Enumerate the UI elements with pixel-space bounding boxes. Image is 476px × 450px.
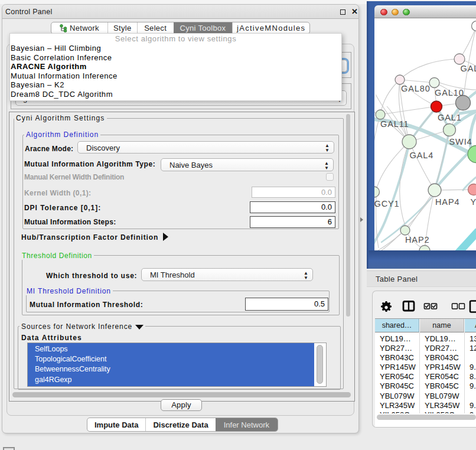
svg-text:Y: Y: [471, 197, 476, 207]
svg-text:HAP2: HAP2: [405, 235, 429, 244]
svg-text:GCY1: GCY1: [374, 199, 400, 208]
svg-text:HAP4: HAP4: [435, 197, 459, 207]
svg-text:GAL1: GAL1: [438, 113, 462, 122]
svg-text:GAL80: GAL80: [461, 64, 476, 73]
svg-text:GAL10: GAL10: [435, 88, 464, 97]
svg-text:GAL11: GAL11: [380, 119, 409, 129]
svg-text:SWI4: SWI4: [449, 137, 472, 146]
svg-text:GAL80: GAL80: [401, 84, 431, 93]
svg-text:GAL4: GAL4: [410, 151, 434, 160]
